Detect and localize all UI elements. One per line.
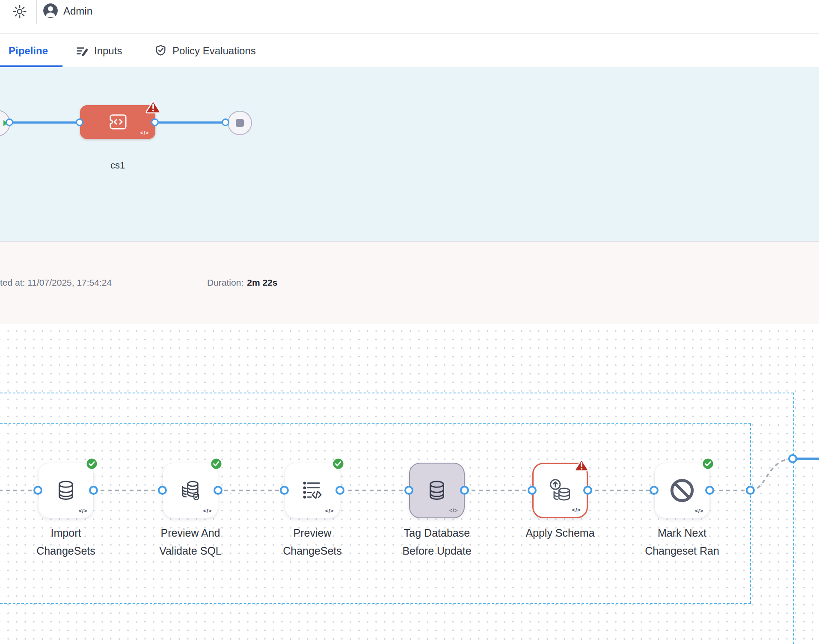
code-template-icon [108, 113, 128, 131]
connector-port[interactable] [280, 486, 289, 495]
tab-policy-evaluations-label: Policy Evaluations [172, 45, 256, 57]
duration-text: Duration:2m 22s [207, 278, 277, 288]
code-glyph: </> [79, 508, 87, 514]
tab-bar: Pipeline Inputs Policy Evaluations [0, 34, 819, 67]
tab-inputs-label: Inputs [94, 45, 122, 57]
gear-icon [12, 4, 27, 19]
settings-button[interactable] [11, 3, 29, 21]
stop-icon [236, 119, 244, 127]
error-badge-icon [145, 100, 161, 114]
step-graph-canvas[interactable]: </> </> [0, 324, 819, 644]
database-icon [53, 478, 78, 503]
step-group-region-outline [0, 423, 751, 604]
stop-node[interactable] [228, 111, 252, 135]
ban-icon [669, 477, 695, 504]
topbar: Admin [0, 0, 819, 33]
connector-port[interactable] [222, 118, 229, 126]
connector-port[interactable] [76, 118, 83, 126]
connector-port[interactable] [788, 454, 797, 463]
success-badge-icon [86, 458, 98, 470]
started-at-text: ted at: 11/07/2025, 17:54:24 [0, 278, 112, 288]
shield-check-icon [154, 44, 167, 57]
cs1-step-node[interactable]: </> [80, 105, 155, 139]
connector-port[interactable] [528, 486, 537, 495]
tab-pipeline[interactable]: Pipeline [9, 34, 48, 67]
connector-port[interactable] [158, 486, 167, 495]
tab-inputs[interactable]: Inputs [75, 34, 122, 67]
step-node-tag-database-before-update[interactable]: </> [409, 463, 465, 518]
apply-schema-upload-icon [547, 478, 573, 503]
step-node-import-changesets[interactable]: </> [38, 463, 94, 518]
connector-port[interactable] [33, 486, 42, 495]
stage-flow-canvas[interactable]: </> cs1 [0, 67, 819, 241]
inputs-edit-icon [75, 44, 89, 58]
step-label: Apply Schema [504, 524, 616, 542]
tab-pipeline-label: Pipeline [9, 45, 48, 57]
connector-port[interactable] [151, 118, 159, 126]
step-label: Preview ChangeSets [257, 524, 368, 560]
connector-port[interactable] [746, 486, 755, 495]
execution-status-bar: ted at: 11/07/2025, 17:54:24 Duration:2m… [0, 241, 819, 324]
step-node-apply-schema[interactable]: </> [532, 463, 588, 518]
step-label: Preview And Validate SQL [135, 524, 246, 560]
step-node-mark-next-changeset-ran[interactable]: </> [654, 463, 710, 518]
code-glyph: </> [203, 508, 212, 514]
connector-port[interactable] [6, 118, 13, 126]
connector-port[interactable] [89, 486, 98, 495]
success-badge-icon [210, 458, 223, 470]
code-glyph: </> [325, 508, 334, 514]
success-badge-icon [702, 458, 714, 470]
step-node-preview-and-validate-sql[interactable]: </> [163, 463, 218, 518]
cs1-node-label: cs1 [80, 160, 155, 171]
tab-policy-evaluations[interactable]: Policy Evaluations [154, 34, 256, 67]
error-badge-icon [574, 458, 589, 472]
connector-port[interactable] [650, 486, 659, 495]
database-icon [424, 478, 449, 503]
connector-port[interactable] [583, 486, 592, 495]
flow-edge [10, 121, 80, 124]
code-glyph: </> [695, 508, 703, 514]
connector-port[interactable] [214, 486, 223, 495]
connector-port[interactable] [460, 486, 469, 495]
connector-port[interactable] [335, 486, 344, 495]
pipeline-execution-screen: Admin Pipeline Inputs Policy Evaluations [0, 0, 819, 644]
step-node-preview-changesets[interactable]: </> [285, 463, 340, 518]
code-glyph: </> [449, 507, 458, 514]
duration-label: Duration: [207, 278, 243, 287]
database-validate-icon [178, 478, 203, 503]
step-label: Import ChangeSets [10, 524, 122, 560]
connector-port[interactable] [705, 486, 714, 495]
topbar-divider [36, 0, 37, 24]
flow-edge [155, 121, 226, 124]
step-connector-line [0, 490, 751, 491]
code-glyph: </> [572, 507, 581, 513]
changeset-list-icon [300, 478, 325, 503]
user-avatar-icon[interactable] [42, 3, 59, 19]
code-glyph: </> [140, 130, 149, 136]
success-badge-icon [332, 458, 344, 470]
step-label: Mark Next Changeset Ran [626, 524, 738, 560]
step-label: Tag Database Before Update [381, 524, 493, 560]
duration-value: 2m 22s [247, 278, 277, 287]
admin-menu-label[interactable]: Admin [63, 5, 92, 17]
connector-port[interactable] [404, 486, 413, 495]
